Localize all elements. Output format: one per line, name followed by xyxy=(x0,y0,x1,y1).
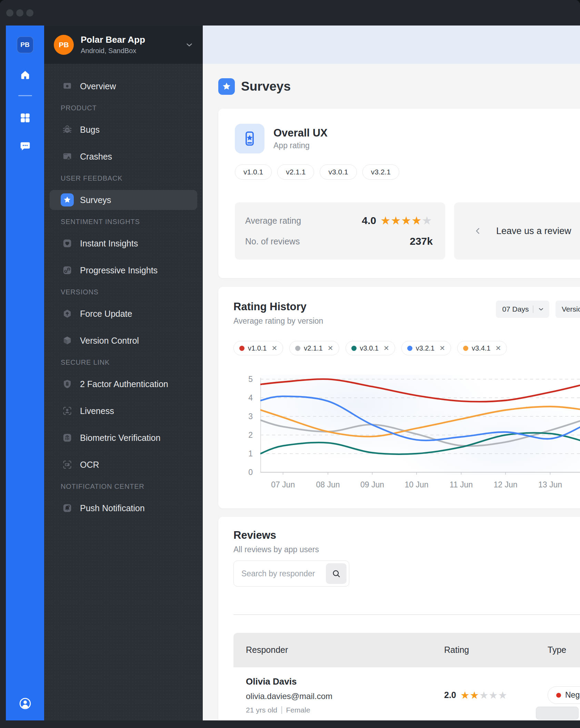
chevron-left-icon xyxy=(473,226,482,235)
responder-name: Olivia Davis xyxy=(246,676,432,687)
sidebar-item-label: Surveys xyxy=(80,195,111,205)
search-icon xyxy=(331,569,341,578)
close-icon[interactable]: ✕ xyxy=(271,344,277,352)
average-rating-stars: ★★★★★ xyxy=(381,216,433,226)
sidebar-item-biometric-verification[interactable]: Biometric Verification xyxy=(50,428,197,448)
version-chip[interactable]: v3.2.1 xyxy=(362,164,399,180)
legend-chip-v101[interactable]: v1.0.1✕ xyxy=(233,341,283,355)
window-control-minimize[interactable] xyxy=(16,9,23,17)
reviews-count-label: No. of reviews xyxy=(245,236,300,246)
window-frame-left xyxy=(0,26,6,728)
y-axis-tick: 3 xyxy=(233,413,253,420)
workspace-badge[interactable]: PB xyxy=(17,37,33,53)
page-header: Surveys xyxy=(218,78,580,95)
legend-dot-gray xyxy=(295,346,300,351)
sidebar-item-2fa[interactable]: 2 Factor Authentication xyxy=(50,374,197,394)
legend-chip-v211[interactable]: v2.1.1✕ xyxy=(289,341,339,355)
sidebar-item-label: Force Update xyxy=(80,309,132,319)
date-range-dropdown[interactable]: 07 Days xyxy=(496,301,549,318)
dropdown-divider xyxy=(533,305,533,313)
reviews-table: Responder Rating Type Olivia Davis olivi… xyxy=(233,633,580,728)
leave-review-button[interactable]: Leave us a review xyxy=(454,202,580,260)
close-icon[interactable]: ✕ xyxy=(383,344,389,352)
leave-review-label: Leave us a review xyxy=(496,226,571,236)
workspace-platform: Android, SandBox xyxy=(81,47,185,55)
sidebar-section-secure-link: SECURE LINK xyxy=(61,357,203,367)
sidebar-item-crashes[interactable]: Crashes xyxy=(50,146,197,166)
table-row[interactable]: Olivia Davis olivia.davies@mail.com 21 y… xyxy=(233,667,580,722)
y-axis-tick: 1 xyxy=(233,450,253,457)
workspace-avatar: PB xyxy=(54,35,74,55)
x-axis-tick: 13 Jun xyxy=(538,480,562,489)
close-icon[interactable]: ✕ xyxy=(439,344,445,352)
bell-icon xyxy=(61,502,74,515)
surveys-star-icon xyxy=(61,193,74,206)
workspace-switcher[interactable]: PB Polar Bear App Android, SandBox xyxy=(44,26,203,64)
cube-icon xyxy=(61,334,74,347)
sidebar-item-bugs[interactable]: Bugs xyxy=(50,120,197,140)
version-chip[interactable]: v1.0.1 xyxy=(235,164,272,180)
version-chip[interactable]: v3.0.1 xyxy=(320,164,357,180)
rating-chart-svg xyxy=(260,375,580,475)
sidebar-item-surveys[interactable]: Surveys xyxy=(50,190,197,210)
legend-chip-v301[interactable]: v3.0.1✕ xyxy=(346,341,395,355)
surveys-page-icon xyxy=(218,78,235,95)
sidebar-item-version-control[interactable]: Version Control xyxy=(50,331,197,351)
scroll-affordance[interactable] xyxy=(536,707,579,720)
sidebar: PB Polar Bear App Android, SandBox Overv… xyxy=(44,26,203,728)
legend-chip-v321[interactable]: v3.2.1✕ xyxy=(401,341,451,355)
average-rating-panel: Average rating 4.0 ★★★★★ No. of reviews … xyxy=(235,202,445,260)
dashboard-grid-icon[interactable] xyxy=(19,111,32,124)
x-axis-tick: 07 Jun xyxy=(271,480,295,489)
section-title: Rating History xyxy=(233,301,323,313)
legend-label: v1.0.1 xyxy=(248,344,267,352)
home-icon[interactable] xyxy=(19,68,32,81)
sidebar-item-push-notification[interactable]: Push Notification xyxy=(50,498,197,518)
legend-chip-v341[interactable]: v3.4.1✕ xyxy=(457,341,507,355)
versions-dropdown[interactable]: Versions xyxy=(556,301,580,318)
window-control-maximize[interactable] xyxy=(26,9,33,17)
sidebar-item-instant-insights[interactable]: Instant Insights xyxy=(50,233,197,253)
chat-icon[interactable] xyxy=(19,140,32,153)
sidebar-section-product: PRODUCT xyxy=(61,103,203,113)
sidebar-item-label: Biometric Verification xyxy=(80,433,160,443)
workspace-name: Polar Bear App xyxy=(81,34,185,45)
close-icon[interactable]: ✕ xyxy=(495,344,501,352)
app-window: PB PB Polar Bear App Android, SandBox xyxy=(0,0,580,728)
window-control-close[interactable] xyxy=(6,9,13,17)
legend-dot-orange xyxy=(463,346,468,351)
chevron-down-icon xyxy=(538,306,544,313)
page-title: Surveys xyxy=(241,79,291,94)
search-button[interactable] xyxy=(326,563,347,584)
sidebar-nav: Overview PRODUCT Bugs Crashes USER FEEDB… xyxy=(44,64,203,518)
sidebar-item-label: Crashes xyxy=(80,152,112,162)
chevron-down-icon xyxy=(185,40,194,49)
user-avatar-icon[interactable] xyxy=(19,697,32,710)
responder-age: 21 yrs old xyxy=(246,706,277,714)
y-axis-tick: 5 xyxy=(233,375,253,383)
sidebar-item-label: Version Control xyxy=(80,336,139,346)
y-axis-tick: 0 xyxy=(233,468,253,476)
rating-history-chart: 5 4 3 2 1 0 07 Jun 08 Jun 09 Jun 10 Jun … xyxy=(233,375,580,496)
y-axis-tick: 4 xyxy=(233,394,253,402)
sidebar-item-progressive-insights[interactable]: Progressive Insights xyxy=(50,260,197,280)
sidebar-item-label: Overview xyxy=(80,81,116,91)
x-axis-tick: 09 Jun xyxy=(360,480,384,489)
window-titlebar xyxy=(0,0,580,26)
chart-legend: v1.0.1✕ v2.1.1✕ v3.0.1✕ v3.2.1✕ v3.4.1✕ xyxy=(233,341,580,355)
version-chip[interactable]: v2.1.1 xyxy=(277,164,314,180)
sidebar-item-ocr[interactable]: OCR xyxy=(50,455,197,475)
sidebar-item-force-update[interactable]: Force Update xyxy=(50,304,197,324)
versions-value: Versions xyxy=(562,305,580,313)
sidebar-item-liveness[interactable]: Liveness xyxy=(50,401,197,421)
sidebar-item-overview[interactable]: Overview xyxy=(50,76,197,96)
column-rating: Rating xyxy=(432,645,535,655)
card-title: Overall UX xyxy=(273,127,328,139)
window-bottombar xyxy=(0,720,580,728)
rating-history-card: Rating History Average rating by version… xyxy=(218,287,580,508)
close-icon[interactable]: ✕ xyxy=(328,344,333,352)
negative-dot-icon xyxy=(556,693,561,698)
app-rating-icon xyxy=(235,124,264,153)
type-badge: Negative xyxy=(548,686,580,704)
sidebar-item-label: Progressive Insights xyxy=(80,265,158,275)
